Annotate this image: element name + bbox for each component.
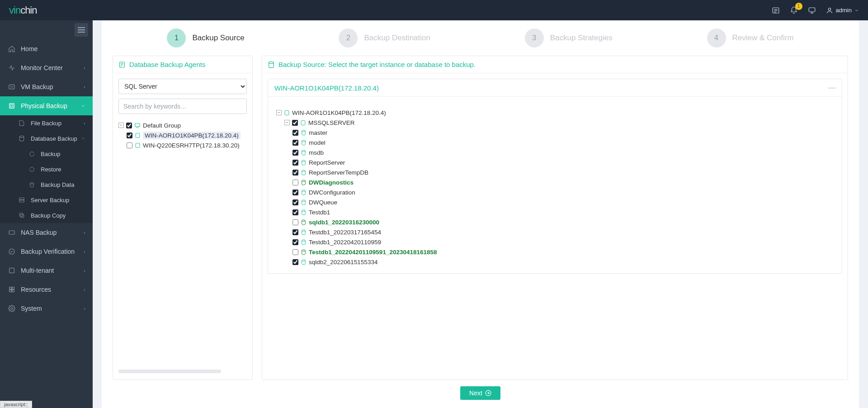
notification-badge: 1 xyxy=(795,3,802,10)
user-menu[interactable]: admin xyxy=(826,7,859,14)
brand-rest: chin xyxy=(20,5,37,16)
bell-icon[interactable]: 1 xyxy=(790,6,798,14)
svg-point-7 xyxy=(828,8,830,10)
list-icon[interactable] xyxy=(772,6,780,14)
header-right: 1 admin xyxy=(772,6,859,14)
app-header: vinchin 1 admin xyxy=(0,0,868,20)
brand-logo: vinchin xyxy=(9,5,37,16)
brand-prefix: vin xyxy=(9,5,20,16)
monitor-icon[interactable] xyxy=(808,6,816,14)
user-label: admin xyxy=(836,7,852,14)
svg-rect-4 xyxy=(809,8,815,12)
